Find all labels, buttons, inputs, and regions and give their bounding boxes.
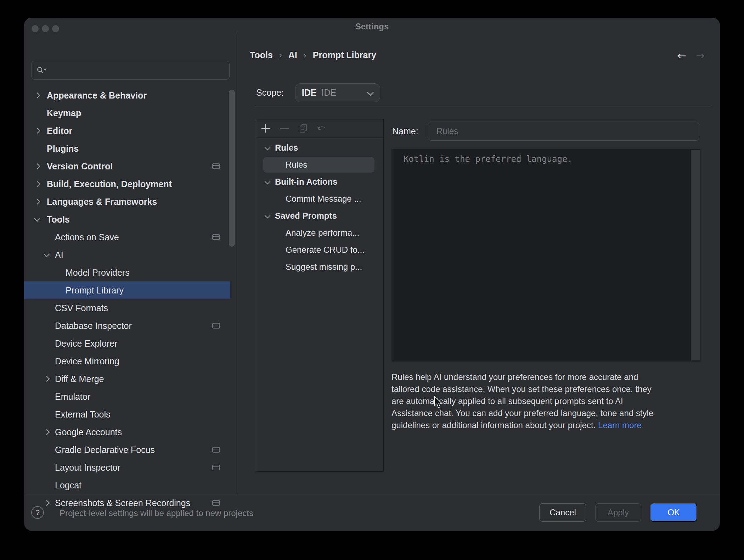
settings-nav-tree: Appearance & Behavior Keymap Editor Plug… bbox=[24, 86, 237, 512]
sidebar-item-logcat[interactable]: Logcat bbox=[24, 476, 237, 494]
chevron-right-icon bbox=[34, 199, 40, 205]
sidebar-item-plugins[interactable]: Plugins bbox=[24, 140, 237, 157]
sidebar-item-prompt-library[interactable]: Prompt Library bbox=[24, 281, 230, 299]
breadcrumb-tools[interactable]: Tools bbox=[250, 50, 273, 60]
sidebar-scrollbar[interactable] bbox=[229, 90, 235, 247]
sidebar-item-actions-on-save[interactable]: Actions on Save bbox=[24, 228, 237, 246]
undo-icon[interactable] bbox=[317, 124, 327, 133]
tree-selection-highlight bbox=[263, 157, 374, 173]
add-prompt-button[interactable] bbox=[261, 124, 270, 133]
editor-scrollbar[interactable] bbox=[691, 150, 700, 360]
scope-label: Scope: bbox=[256, 88, 284, 98]
chevron-down-icon bbox=[265, 145, 271, 151]
sidebar-item-appearance-behavior[interactable]: Appearance & Behavior bbox=[24, 86, 237, 104]
sidebar-item-device-explorer[interactable]: Device Explorer bbox=[24, 335, 237, 352]
mouse-cursor bbox=[434, 396, 444, 409]
settings-sidebar: Appearance & Behavior Keymap Editor Plug… bbox=[24, 32, 237, 495]
sidebar-divider bbox=[237, 32, 237, 495]
scope-selected-value: IDE bbox=[322, 88, 337, 98]
project-level-icon bbox=[212, 323, 220, 329]
sidebar-item-model-providers[interactable]: Model Providers bbox=[24, 264, 237, 281]
chevron-down-icon bbox=[34, 216, 40, 222]
sidebar-item-languages-frameworks[interactable]: Languages & Frameworks bbox=[24, 193, 237, 211]
chevron-down-icon bbox=[265, 213, 271, 219]
sidebar-item-csv-formats[interactable]: CSV Formats bbox=[24, 299, 237, 317]
tree-item-rules[interactable]: Rules bbox=[256, 156, 383, 173]
footer-info-text: Project-level settings will be applied t… bbox=[60, 508, 253, 518]
ok-button[interactable]: OK bbox=[650, 503, 697, 522]
scope-selected-prefix: IDE bbox=[302, 88, 317, 98]
sidebar-item-editor[interactable]: Editor bbox=[24, 122, 237, 140]
prompt-tree-panel: Rules Rules Built-in Actions Commit Mess… bbox=[256, 119, 384, 472]
search-icon bbox=[36, 66, 47, 74]
breadcrumb-ai[interactable]: AI bbox=[288, 50, 297, 60]
tree-item-commit-message[interactable]: Commit Message ... bbox=[256, 190, 383, 207]
sidebar-item-tools[interactable]: Tools bbox=[24, 211, 237, 228]
footer-bar: ? Project-level settings will be applied… bbox=[24, 495, 720, 531]
sidebar-item-device-mirroring[interactable]: Device Mirroring bbox=[24, 352, 237, 370]
sidebar-item-layout-inspector[interactable]: Layout Inspector bbox=[24, 459, 237, 476]
chevron-right-icon bbox=[34, 93, 40, 99]
help-icon[interactable]: ? bbox=[31, 506, 44, 519]
prompt-description: Rules help AI understand your preference… bbox=[391, 371, 653, 431]
back-arrow-icon[interactable]: ← bbox=[677, 49, 686, 62]
apply-button[interactable]: Apply bbox=[595, 503, 641, 522]
sidebar-item-database-inspector[interactable]: Database Inspector bbox=[24, 317, 237, 335]
sidebar-item-external-tools[interactable]: External Tools bbox=[24, 405, 237, 423]
breadcrumb-separator: › bbox=[279, 50, 282, 60]
breadcrumb-separator: › bbox=[304, 50, 306, 60]
chevron-right-icon bbox=[34, 163, 40, 169]
project-level-icon bbox=[212, 447, 220, 453]
cancel-button[interactable]: Cancel bbox=[539, 503, 586, 522]
title-bar: Settings bbox=[24, 18, 720, 32]
project-level-icon bbox=[212, 163, 220, 169]
breadcrumb-prompt-library: Prompt Library bbox=[313, 50, 376, 60]
remove-prompt-button[interactable] bbox=[280, 124, 289, 133]
prompt-editor-content: Kotlin is the preferred language. bbox=[404, 154, 573, 164]
sidebar-item-version-control[interactable]: Version Control bbox=[24, 157, 237, 175]
chevron-down-icon bbox=[44, 251, 50, 257]
project-level-icon bbox=[212, 234, 220, 240]
sidebar-item-build-execution-deployment[interactable]: Build, Execution, Deployment bbox=[24, 175, 237, 193]
forward-arrow-icon: → bbox=[695, 49, 704, 62]
learn-more-link[interactable]: Learn more bbox=[598, 420, 642, 430]
chevron-right-icon bbox=[34, 128, 40, 134]
scope-dropdown[interactable]: IDE IDE bbox=[295, 83, 380, 102]
name-label: Name: bbox=[392, 126, 418, 136]
tree-item-suggest-missing[interactable]: Suggest missing p... bbox=[256, 258, 383, 275]
sidebar-item-google-accounts[interactable]: Google Accounts bbox=[24, 423, 237, 441]
window-title: Settings bbox=[24, 22, 720, 32]
chevron-down-icon bbox=[367, 89, 373, 95]
sidebar-item-ai[interactable]: AI bbox=[24, 246, 237, 264]
duplicate-prompt-button[interactable] bbox=[299, 124, 308, 133]
breadcrumb: Tools › AI › Prompt Library bbox=[250, 50, 376, 60]
chevron-right-icon bbox=[44, 429, 50, 435]
tree-item-analyze-performance[interactable]: Analyze performa... bbox=[256, 224, 383, 241]
prompt-editor[interactable]: Kotlin is the preferred language. bbox=[391, 149, 700, 362]
tree-group-saved-prompts[interactable]: Saved Prompts bbox=[256, 207, 383, 224]
sidebar-item-emulator[interactable]: Emulator bbox=[24, 388, 237, 405]
search-input[interactable] bbox=[31, 61, 230, 80]
sidebar-item-keymap[interactable]: Keymap bbox=[24, 104, 237, 122]
prompt-tree-toolbar bbox=[256, 119, 383, 138]
tree-item-generate-crud[interactable]: Generate CRUD fo... bbox=[256, 241, 383, 258]
sidebar-item-diff-merge[interactable]: Diff & Merge bbox=[24, 370, 237, 388]
prompt-tree: Rules Rules Built-in Actions Commit Mess… bbox=[256, 139, 383, 275]
project-level-icon bbox=[212, 465, 220, 470]
section-divider bbox=[256, 106, 712, 106]
tree-group-rules[interactable]: Rules bbox=[256, 139, 383, 156]
prompt-name-input[interactable] bbox=[428, 122, 699, 141]
chevron-right-icon bbox=[44, 376, 50, 382]
tree-group-built-in-actions[interactable]: Built-in Actions bbox=[256, 173, 383, 190]
sidebar-item-gradle-declarative-focus[interactable]: Gradle Declarative Focus bbox=[24, 441, 237, 459]
chevron-right-icon bbox=[34, 181, 40, 187]
settings-window: Settings Appearance & Behavior Keymap Ed… bbox=[24, 18, 720, 531]
chevron-down-icon bbox=[265, 179, 271, 185]
